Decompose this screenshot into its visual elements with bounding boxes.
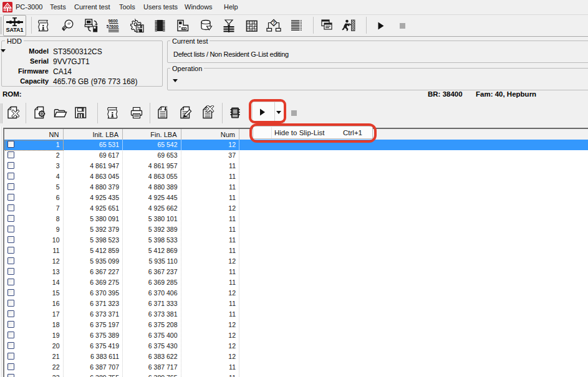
svg-text:9600: 9600 (108, 19, 118, 23)
svg-text:57600: 57600 (107, 24, 118, 29)
svg-text:?: ? (272, 20, 276, 26)
